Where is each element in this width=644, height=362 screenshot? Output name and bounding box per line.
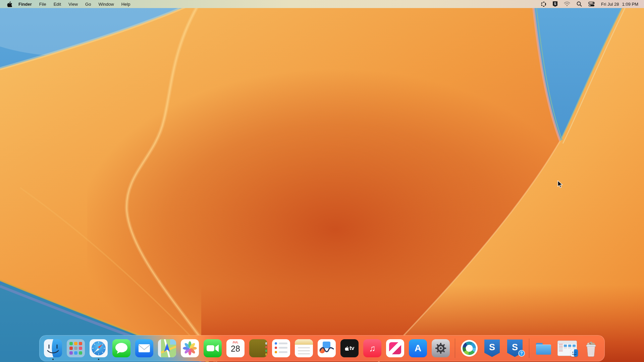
shield-s-icon[interactable]: S [553, 0, 557, 8]
dock-item-downloads-folder[interactable] [534, 339, 552, 357]
calendar-month: JUL [226, 341, 245, 344]
time-text: 1:09 PM [622, 2, 638, 7]
safari-icon [90, 339, 108, 357]
desktop-wallpaper [0, 0, 644, 362]
shield-letter: S [489, 343, 495, 352]
dock-item-freeform[interactable] [318, 339, 336, 357]
dock-item-music[interactable]: ♫ [363, 339, 381, 357]
menu-bar-status-area: S Fri Jul [541, 0, 644, 8]
shield-letter: S [512, 343, 518, 352]
reminders-icon [272, 339, 290, 357]
menu-bar: Finder File Edit View Go Window Help S [0, 0, 644, 8]
search-icon[interactable] [577, 0, 582, 8]
dock-item-calendar[interactable]: JUL 28 [226, 339, 245, 357]
dock-item-shield-s-help-app[interactable]: S ? [506, 339, 524, 357]
dock-item-maps[interactable] [158, 339, 176, 357]
dock-item-apple-tv[interactable]: tv [340, 339, 359, 357]
running-indicator [98, 359, 99, 360]
folder-icon [534, 339, 552, 357]
gear-icon [434, 342, 447, 355]
contacts-icon [249, 339, 267, 357]
freeform-icon [318, 339, 336, 357]
dock: JUL 28 [39, 335, 605, 361]
dock-item-mail[interactable] [135, 339, 153, 357]
messages-icon [112, 339, 130, 357]
dock-item-reminders[interactable] [272, 339, 290, 357]
trash-full-icon [582, 339, 600, 357]
system-settings-icon [432, 339, 450, 357]
menu-bar-clock[interactable]: Fri Jul 28 1:09 PM [601, 2, 638, 7]
dock-item-contacts[interactable] [249, 339, 267, 357]
dock-item-minimized-finder-window[interactable] [557, 339, 577, 357]
launchpad-icon [67, 339, 85, 357]
menu-item-edit[interactable]: Edit [50, 0, 65, 8]
menu-item-help[interactable]: Help [118, 0, 134, 8]
date-text: Fri Jul 28 [601, 2, 619, 7]
dock-item-finder[interactable] [44, 339, 62, 357]
apple-menu[interactable] [5, 0, 13, 8]
news-icon [386, 339, 404, 357]
minimized-window-thumbnail [557, 341, 577, 356]
menu-item-file[interactable]: File [36, 0, 50, 8]
ring-app-icon [460, 339, 478, 357]
app-store-letter: A [415, 344, 421, 353]
menu-bar-left: Finder File Edit View Go Window Help [0, 0, 134, 8]
dock-item-ring-app[interactable] [460, 339, 478, 357]
dock-item-app-store[interactable]: A [409, 339, 427, 357]
dock-separator [529, 339, 529, 358]
menu-item-view[interactable]: View [65, 0, 82, 8]
dock-item-shield-s-app[interactable]: S [483, 339, 501, 357]
finder-badge-icon [571, 349, 578, 357]
shield-s-app-icon: S [483, 339, 501, 357]
control-center-icon[interactable] [588, 0, 595, 8]
menu-item-window[interactable]: Window [95, 0, 117, 8]
tv-label: tv [350, 345, 354, 352]
calendar-icon: JUL 28 [226, 339, 245, 357]
segmented-circle-icon[interactable] [541, 0, 546, 8]
menu-item-go[interactable]: Go [82, 0, 95, 8]
apple-logo-icon [7, 1, 12, 7]
dock-item-notes[interactable] [295, 339, 313, 357]
calendar-day: 28 [226, 344, 245, 354]
dock-item-messages[interactable] [112, 339, 130, 357]
app-store-icon: A [409, 339, 427, 357]
maps-icon [158, 339, 176, 357]
shield-s-letter: S [554, 2, 556, 6]
dock-separator [455, 339, 455, 358]
wifi-icon[interactable] [564, 0, 570, 8]
dock-item-facetime[interactable] [204, 339, 222, 357]
dock-item-system-settings[interactable] [432, 339, 450, 357]
music-icon: ♫ [363, 339, 381, 357]
question-badge: ? [518, 350, 525, 357]
dock-item-launchpad[interactable] [67, 339, 85, 357]
facetime-icon [204, 339, 222, 357]
apple-tv-icon: tv [340, 339, 359, 357]
music-note-glyph: ♫ [369, 344, 376, 353]
dock-item-trash[interactable] [582, 339, 600, 357]
finder-icon [44, 339, 62, 357]
menu-item-active-app[interactable]: Finder [15, 0, 36, 8]
dock-item-news[interactable] [386, 339, 404, 357]
dock-item-safari[interactable] [90, 339, 108, 357]
photos-icon [181, 339, 199, 357]
dock-item-photos[interactable] [181, 339, 199, 357]
mouse-cursor [557, 180, 563, 190]
shield-s-help-app-icon: S ? [506, 339, 524, 357]
apple-logo-glyph [345, 346, 349, 351]
mail-icon [135, 339, 153, 357]
notes-icon [295, 339, 313, 357]
running-indicator [52, 359, 54, 360]
